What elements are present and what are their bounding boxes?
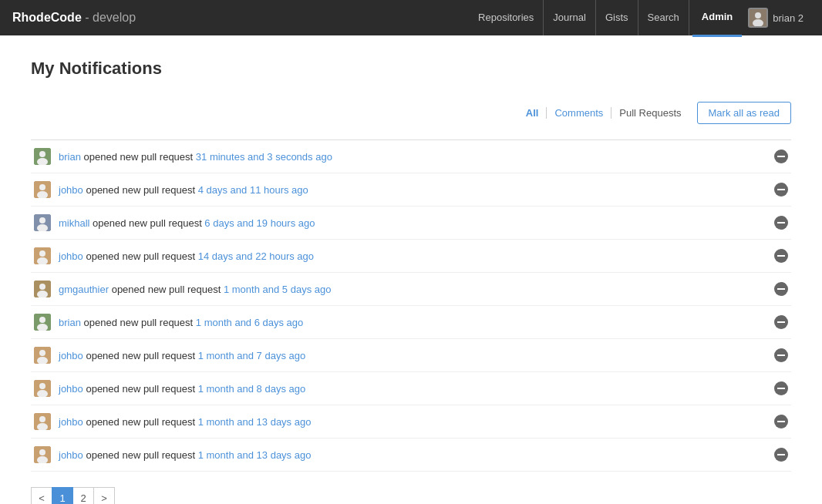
notification-user-link[interactable]: johbo xyxy=(59,350,83,361)
notification-text: johbo opened new pull request 1 month an… xyxy=(59,416,311,428)
notification-left: johbo opened new pull request 14 days an… xyxy=(34,247,314,264)
notification-remove-button[interactable] xyxy=(774,448,788,462)
notification-user-link[interactable]: johbo xyxy=(59,383,83,395)
notification-left: brian opened new pull request 1 month an… xyxy=(34,314,303,331)
svg-point-25 xyxy=(39,383,45,389)
avatar-img xyxy=(34,347,51,364)
nav-repositories[interactable]: Repositories xyxy=(469,0,544,35)
avatar-img xyxy=(34,314,51,331)
notification-pr-link[interactable]: 1 month and 13 days ago xyxy=(198,416,312,428)
notification-avatar xyxy=(34,214,51,231)
notification-text: mikhall opened new pull request 6 days a… xyxy=(59,217,315,229)
notification-pr-link[interactable]: 4 days and 11 hours ago xyxy=(198,184,308,196)
notification-remove-button[interactable] xyxy=(774,216,788,230)
notification-row: johbo opened new pull request 1 month an… xyxy=(31,438,791,472)
svg-point-31 xyxy=(39,449,45,455)
notification-text: johbo opened new pull request 14 days an… xyxy=(59,250,314,262)
brand-link[interactable]: RhodeCode - develop xyxy=(12,11,136,25)
notification-text: johbo opened new pull request 4 days and… xyxy=(59,184,308,196)
notification-left: mikhall opened new pull request 6 days a… xyxy=(34,214,315,231)
svg-point-22 xyxy=(39,350,45,356)
pagination: < 1 2 > xyxy=(31,487,791,504)
avatar-img xyxy=(34,281,51,297)
filter-bar: All Comments Pull Requests Mark all as r… xyxy=(31,102,791,124)
notification-user-link[interactable]: johbo xyxy=(59,449,83,461)
navbar-user: brian 2 xyxy=(742,8,810,28)
notification-pr-link[interactable]: 6 days and 19 hours ago xyxy=(204,217,315,229)
notification-left: johbo opened new pull request 1 month an… xyxy=(34,446,311,463)
notification-remove-button[interactable] xyxy=(774,381,788,395)
notification-user-link[interactable]: johbo xyxy=(59,250,83,262)
svg-point-28 xyxy=(39,416,45,422)
svg-point-7 xyxy=(39,184,45,190)
notification-user-link[interactable]: johbo xyxy=(59,184,83,196)
notification-user-link[interactable]: mikhall xyxy=(59,217,89,229)
avatar-img xyxy=(34,181,51,198)
avatar-img xyxy=(34,148,51,165)
pagination-prev[interactable]: < xyxy=(31,487,52,504)
brand-text: RhodeCode - develop xyxy=(12,11,136,24)
notification-pr-link[interactable]: 31 minutes and 3 seconds ago xyxy=(196,151,332,163)
nav-admin[interactable]: Admin xyxy=(692,0,742,37)
notification-text: johbo opened new pull request 1 month an… xyxy=(59,449,311,461)
notification-pr-link[interactable]: 1 month and 6 days ago xyxy=(196,317,304,328)
notification-text: brian opened new pull request 1 month an… xyxy=(59,317,303,328)
notification-remove-button[interactable] xyxy=(774,415,788,428)
notification-row: johbo opened new pull request 1 month an… xyxy=(31,339,791,372)
notification-user-link[interactable]: johbo xyxy=(59,416,83,428)
notification-pr-link[interactable]: 1 month and 13 days ago xyxy=(198,449,312,461)
notification-left: johbo opened new pull request 4 days and… xyxy=(34,181,308,198)
navbar: RhodeCode - develop Repositories Journal… xyxy=(0,0,822,35)
svg-point-10 xyxy=(39,217,45,223)
notification-avatar xyxy=(34,380,51,397)
notification-text: johbo opened new pull request 1 month an… xyxy=(59,383,305,395)
notification-avatar xyxy=(34,314,51,331)
notification-remove-button[interactable] xyxy=(774,150,788,163)
nav-journal[interactable]: Journal xyxy=(544,0,596,35)
notification-user-link[interactable]: brian xyxy=(59,317,81,328)
notification-remove-button[interactable] xyxy=(774,348,788,362)
notification-row: johbo opened new pull request 1 month an… xyxy=(31,372,791,405)
notification-remove-button[interactable] xyxy=(774,183,788,197)
main-content: My Notifications All Comments Pull Reque… xyxy=(0,35,822,504)
notification-avatar xyxy=(34,247,51,264)
filter-pull-requests[interactable]: Pull Requests xyxy=(611,107,689,119)
notification-remove-button[interactable] xyxy=(774,282,788,296)
nav-gists[interactable]: Gists xyxy=(596,0,638,35)
svg-point-19 xyxy=(39,317,45,323)
notification-user-link[interactable]: brian xyxy=(59,151,81,163)
notification-avatar xyxy=(34,181,51,198)
mark-all-read-button[interactable]: Mark all as read xyxy=(697,102,791,124)
notification-text: brian opened new pull request 31 minutes… xyxy=(59,151,332,163)
notification-remove-button[interactable] xyxy=(774,249,788,263)
notification-row: johbo opened new pull request 1 month an… xyxy=(31,405,791,438)
notification-avatar xyxy=(34,281,51,297)
notification-pr-link[interactable]: 1 month and 7 days ago xyxy=(198,350,306,361)
notification-row: johbo opened new pull request 14 days an… xyxy=(31,240,791,273)
avatar-img xyxy=(34,446,51,463)
notification-user-link[interactable]: gmgauthier xyxy=(59,284,109,295)
filter-comments[interactable]: Comments xyxy=(547,107,611,119)
notification-pr-link[interactable]: 1 month and 5 days ago xyxy=(224,284,332,295)
avatar-img xyxy=(34,380,51,397)
notification-text: gmgauthier opened new pull request 1 mon… xyxy=(59,284,331,295)
notification-row: gmgauthier opened new pull request 1 mon… xyxy=(31,273,791,306)
user-avatar-img xyxy=(750,9,766,26)
notification-left: gmgauthier opened new pull request 1 mon… xyxy=(34,281,331,297)
user-name[interactable]: brian 2 xyxy=(773,12,803,24)
notification-pr-link[interactable]: 1 month and 8 days ago xyxy=(198,383,306,395)
notification-left: johbo opened new pull request 1 month an… xyxy=(34,413,311,430)
pagination-next[interactable]: > xyxy=(93,487,115,504)
notification-remove-button[interactable] xyxy=(774,315,788,329)
svg-point-1 xyxy=(755,12,761,18)
pagination-page-1[interactable]: 1 xyxy=(52,487,73,504)
svg-point-13 xyxy=(39,250,45,257)
notification-avatar xyxy=(34,347,51,364)
nav-search[interactable]: Search xyxy=(638,0,689,35)
page-title: My Notifications xyxy=(31,59,791,79)
notification-avatar xyxy=(34,446,51,463)
filter-all[interactable]: All xyxy=(518,107,547,119)
notification-row: brian opened new pull request 31 minutes… xyxy=(31,140,791,173)
notification-pr-link[interactable]: 14 days and 22 hours ago xyxy=(198,250,314,262)
pagination-page-2[interactable]: 2 xyxy=(72,487,94,504)
